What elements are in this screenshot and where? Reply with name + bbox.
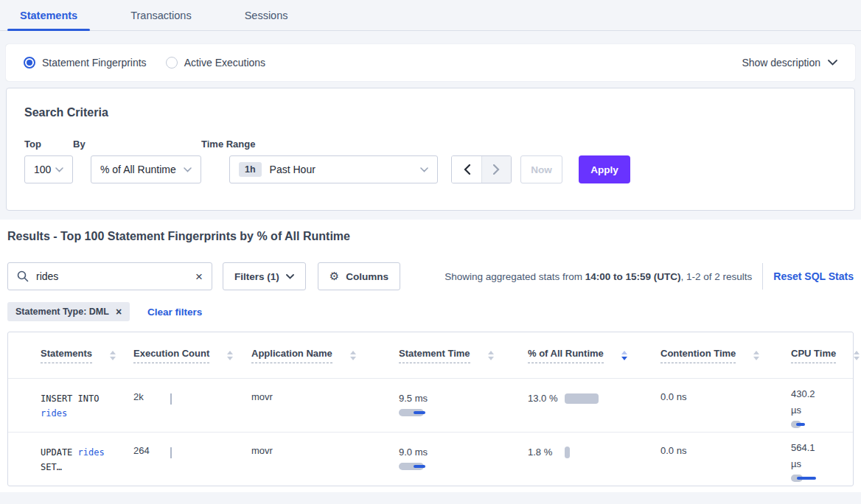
cpu-time-bar (791, 421, 801, 428)
previous-time-range-button[interactable] (452, 156, 481, 183)
execution-count-bar (170, 393, 172, 405)
search-box: × (7, 262, 212, 290)
application-name-cell: movr (251, 433, 399, 486)
view-mode-card: Statement Fingerprints Active Executions… (6, 44, 855, 81)
by-select[interactable]: % of All Runtime (91, 155, 201, 183)
sort-icon[interactable] (110, 351, 116, 360)
columns-button[interactable]: ⚙ Columns (318, 262, 400, 290)
results-section: Results - Top 100 Statement Fingerprints… (0, 220, 861, 492)
search-criteria-panel: Search Criteria Top 100 By % of All Runt… (6, 88, 855, 211)
column-header-pct-of-all-runtime[interactable]: % of All Runtime (528, 348, 660, 363)
clear-filters-link[interactable]: Clear filters (147, 307, 202, 318)
show-description-toggle[interactable]: Show description (742, 57, 837, 69)
contention-time-cell: 0.0 ns (660, 433, 791, 486)
filter-chip-label: Statement Type: DML (15, 307, 109, 317)
statement-text: SET… (41, 462, 62, 472)
gear-icon: ⚙ (330, 270, 339, 283)
contention-time-cell: 0.0 ns (660, 379, 791, 432)
time-range-select[interactable]: 1h Past Hour (229, 155, 438, 183)
tab-statements[interactable]: Statements (7, 10, 90, 30)
time-range-field: Time Range 1h Past Hour (201, 139, 438, 183)
contention-time-value: 0.0 ns (660, 391, 686, 402)
radio-active-executions-label: Active Executions (184, 57, 266, 69)
by-select-value: % of All Runtime (100, 164, 176, 175)
top-select[interactable]: 100 (24, 155, 73, 183)
clear-search-icon[interactable]: × (195, 270, 203, 283)
execution-count-cell: 264 (133, 433, 251, 486)
pct-runtime-cell: 13.0 % (528, 379, 660, 432)
tab-transactions[interactable]: Transactions (118, 10, 203, 30)
sort-icon[interactable] (488, 351, 494, 360)
search-input[interactable] (36, 270, 195, 282)
search-criteria-title: Search Criteria (24, 106, 837, 119)
chevron-down-icon (828, 60, 837, 66)
statement-text: INSERT INTO (41, 393, 99, 404)
top-select-value: 100 (34, 164, 51, 175)
statement-cell: INSERT INTO rides (41, 379, 133, 432)
vertical-divider (762, 263, 763, 290)
results-heading: Results - Top 100 Statement Fingerprints… (7, 230, 854, 243)
chevron-right-icon (493, 164, 500, 175)
remove-filter-icon[interactable]: × (116, 307, 122, 317)
aggregated-stats-text: Showing aggregated stats from 14:00 to 1… (445, 271, 752, 282)
tab-bar: Statements Transactions Sessions (0, 0, 861, 31)
top-label: Top (24, 139, 73, 150)
sort-icon[interactable] (350, 351, 356, 360)
by-label: By (73, 139, 201, 150)
statement-time-value: 9.5 ms (399, 391, 528, 406)
apply-button[interactable]: Apply (579, 155, 630, 183)
tab-transactions-label: Transactions (130, 10, 191, 21)
sort-icon-active-desc[interactable] (621, 351, 627, 360)
execution-count-bar (170, 447, 172, 458)
stats-time-range: 14:00 to 15:59 (UTC) (585, 271, 681, 282)
columns-button-label: Columns (346, 271, 388, 282)
column-header-cpu-time[interactable]: CPU Time (791, 348, 860, 363)
statements-table: Statements Execution Count Application N… (7, 332, 854, 486)
column-header-execution-count[interactable]: Execution Count (133, 348, 251, 363)
by-field: By % of All Runtime (73, 139, 201, 183)
sort-icon[interactable] (753, 351, 759, 360)
statement-link[interactable]: rides (41, 408, 67, 419)
execution-count-value: 2k (133, 391, 144, 402)
show-description-label: Show description (742, 57, 820, 69)
active-filters-row: Statement Type: DML × Clear filters (7, 302, 854, 321)
radio-statement-fingerprints[interactable]: Statement Fingerprints (24, 57, 147, 69)
execution-count-cell: 2k (133, 379, 251, 432)
radio-active-executions[interactable]: Active Executions (166, 57, 266, 69)
statement-text: UPDATE (41, 447, 78, 458)
stats-result-count: , 1-2 of 2 results (681, 271, 753, 282)
now-button[interactable]: Now (520, 155, 562, 183)
reset-sql-stats-link[interactable]: Reset SQL Stats (773, 270, 854, 282)
search-criteria-form: Top 100 By % of All Runtime Time Range 1… (24, 139, 837, 183)
chevron-left-icon (464, 164, 470, 175)
time-range-label: Time Range (201, 139, 438, 150)
execution-count-value: 264 (133, 445, 150, 456)
tab-sessions[interactable]: Sessions (232, 10, 301, 30)
results-controls: × Filters (1) ⚙ Columns Showing aggregat… (7, 262, 854, 290)
sort-icon[interactable] (854, 351, 860, 360)
statement-link[interactable]: rides (78, 447, 105, 458)
application-name-value: movr (251, 391, 273, 402)
cpu-time-value: 430.2 µs (791, 386, 825, 419)
chevron-down-icon (184, 167, 192, 172)
tab-sessions-label: Sessions (245, 10, 288, 21)
statement-time-bar (399, 409, 424, 416)
stddev-marker (797, 477, 816, 480)
stddev-marker (796, 423, 805, 426)
statement-time-bar (399, 463, 424, 470)
column-header-statements[interactable]: Statements (41, 348, 133, 363)
chevron-down-icon (55, 167, 63, 172)
next-time-range-button[interactable] (481, 156, 511, 183)
filters-button[interactable]: Filters (1) (223, 262, 306, 290)
sort-icon[interactable] (227, 351, 233, 360)
statement-time-cell: 9.5 ms (399, 379, 528, 432)
statement-time-cell: 9.0 ms (399, 433, 528, 486)
stddev-marker (414, 411, 425, 414)
column-header-contention-time[interactable]: Contention Time (660, 348, 791, 363)
filter-chip-statement-type[interactable]: Statement Type: DML × (7, 302, 130, 321)
statement-cell: UPDATE rides SET… (41, 433, 133, 486)
column-header-statement-time[interactable]: Statement Time (399, 348, 528, 363)
radio-unselected-icon (166, 57, 178, 69)
column-header-application-name[interactable]: Application Name (251, 348, 399, 363)
time-range-badge: 1h (239, 162, 262, 177)
